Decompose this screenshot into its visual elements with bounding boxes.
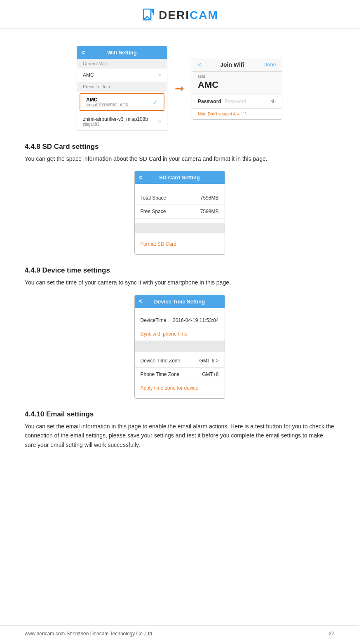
footer-company: Shenzhen Dericam Technology Co.,Ltd bbox=[66, 631, 152, 637]
ssid-label: ssid bbox=[192, 72, 282, 79]
logo-deri: DERI bbox=[159, 9, 190, 21]
logo-icon bbox=[141, 7, 156, 23]
wifi-other-item[interactable]: zhimi-airpurifier-v3_miap108b singal:83 … bbox=[77, 113, 167, 131]
wifi-back-arrow[interactable]: < bbox=[81, 49, 85, 56]
wifi-current-arrow: > bbox=[158, 72, 161, 78]
sd-card-mockup: < SD Card Setting Total Space 7598MB Fre… bbox=[25, 171, 334, 255]
page-content: < Wifi Setting Current Wifi AMC > Press … bbox=[0, 28, 359, 467]
device-time-screen: < Device Time Setting DeviceTime 2016-04… bbox=[134, 295, 225, 399]
sd-format-button[interactable]: Format SD Card bbox=[135, 237, 225, 251]
wifi-selected-ssid: AMC bbox=[86, 97, 128, 103]
device-timezone-value: GMT-6 > bbox=[199, 358, 218, 364]
svg-marker-1 bbox=[143, 16, 151, 20]
section-448-body: You can get the space information about … bbox=[25, 154, 334, 163]
sd-free-row: Free Space 7598MB bbox=[135, 205, 225, 219]
wifi-selected-info: AMC singal:100 WPA2_AES bbox=[86, 97, 128, 107]
sd-total-row: Total Space 7598MB bbox=[135, 191, 225, 205]
wifi-other-info: zhimi-airpurifier-v3_miap108b singal:83 bbox=[83, 116, 148, 127]
device-time-value: 2016-04-19 11:53:04 bbox=[173, 317, 218, 323]
wifi-screen-body: Current Wifi AMC > Press To Join AMC sin… bbox=[77, 59, 167, 131]
sd-free-value: 7598MB bbox=[200, 209, 219, 214]
footer-left: www.dericam.com-Shenzhen Dericam Technol… bbox=[25, 631, 152, 637]
device-time-back-arrow[interactable]: < bbox=[139, 298, 143, 305]
section-4410-heading: 4.4.10 Email settings bbox=[25, 410, 334, 418]
section-4410-body: You can set the email information in thi… bbox=[25, 422, 334, 449]
footer-page-number: 27 bbox=[329, 631, 334, 637]
sd-gray-bar bbox=[135, 223, 225, 233]
footer-website[interactable]: www.dericam.com-Shenzhen Dericam Technol… bbox=[25, 631, 152, 637]
join-done-button[interactable]: Done bbox=[263, 61, 276, 68]
phone-timezone-label: Phone Time Zone bbox=[141, 371, 180, 377]
sd-total-label: Total Space bbox=[141, 195, 167, 201]
wifi-selected-sub: singal:100 WPA2_AES bbox=[86, 103, 128, 107]
apply-timezone-button[interactable]: Apply time zone for device bbox=[135, 381, 225, 395]
wifi-other-ssid: zhimi-airpurifier-v3_miap108b bbox=[83, 116, 148, 122]
join-wifi-title: Join Wifi bbox=[220, 61, 244, 68]
wifi-setting-screen: < Wifi Setting Current Wifi AMC > Press … bbox=[77, 46, 167, 131]
device-timezone-label: Device Time Zone bbox=[141, 358, 181, 364]
wifi-screen-title: Wifi Setting bbox=[107, 49, 136, 56]
wifi-selected-item[interactable]: AMC singal:100 WPA2_AES ✓ bbox=[80, 93, 164, 111]
wifi-current-value: AMC bbox=[83, 72, 94, 78]
sd-total-value: 7598MB bbox=[200, 195, 219, 201]
password-input[interactable]: Password bbox=[225, 99, 267, 104]
eye-icon[interactable]: 👁 bbox=[270, 98, 276, 105]
sd-screen-header: < SD Card Setting bbox=[135, 171, 225, 184]
device-time-gray-bar bbox=[135, 341, 225, 352]
sd-screen-body: Total Space 7598MB Free Space 7598MB For… bbox=[135, 184, 225, 254]
wifi-current-row: AMC > bbox=[77, 68, 167, 82]
logo-cam: CAM bbox=[190, 9, 218, 21]
wifi-mockup-row: < Wifi Setting Current Wifi AMC > Press … bbox=[25, 46, 334, 131]
wifi-other-arrow: > bbox=[158, 119, 161, 125]
wifi-note: Note:Don't support & = ' " \ bbox=[192, 109, 282, 119]
footer-url: www.dericam.com bbox=[25, 631, 65, 637]
wifi-current-label: Current Wifi bbox=[77, 59, 167, 68]
device-time-label: DeviceTime bbox=[141, 317, 167, 323]
ssid-value: AMC bbox=[192, 79, 282, 94]
password-row: Password Password 👁 bbox=[192, 94, 282, 109]
device-time-row: DeviceTime 2016-04-19 11:53:04 bbox=[135, 314, 225, 327]
section-448-heading: 4.4.8 SD Card settings bbox=[25, 143, 334, 151]
device-time-mockup: < Device Time Setting DeviceTime 2016-04… bbox=[25, 295, 334, 399]
phone-timezone-row: Phone Time Zone GMT+8 bbox=[135, 368, 225, 381]
wifi-other-sub: singal:83 bbox=[83, 122, 148, 127]
sd-back-arrow[interactable]: < bbox=[139, 174, 143, 181]
phone-timezone-value: GMT+8 bbox=[202, 371, 218, 377]
device-timezone-row: Device Time Zone GMT-6 > bbox=[135, 354, 225, 368]
wifi-transition-arrow: ➞ bbox=[175, 82, 184, 95]
section-449-heading: 4.4.9 Device time settings bbox=[25, 266, 334, 275]
sync-phone-time-button[interactable]: Sync with phone time bbox=[135, 327, 225, 341]
sd-card-screen: < SD Card Setting Total Space 7598MB Fre… bbox=[134, 171, 225, 255]
section-449-body: You can set the time of your camera to s… bbox=[25, 278, 334, 287]
wifi-screen-header: < Wifi Setting bbox=[77, 46, 167, 59]
logo: DERICAM bbox=[141, 7, 218, 23]
wifi-check-mark: ✓ bbox=[153, 99, 158, 106]
page-header: DERICAM bbox=[0, 0, 359, 28]
join-back-arrow[interactable]: < bbox=[198, 61, 201, 68]
device-time-header: < Device Time Setting bbox=[135, 295, 225, 308]
password-label: Password bbox=[198, 99, 221, 104]
sd-free-label: Free Space bbox=[141, 209, 166, 214]
sd-screen-title: SD Card Setting bbox=[159, 174, 200, 181]
page-footer: www.dericam.com-Shenzhen Dericam Technol… bbox=[0, 625, 359, 637]
wifi-press-label: Press To Join bbox=[77, 82, 167, 92]
join-wifi-screen: < Join Wifi Done ssid AMC Password Passw… bbox=[192, 58, 282, 120]
device-time-body: DeviceTime 2016-04-19 11:53:04 Sync with… bbox=[135, 308, 225, 398]
device-time-title: Device Time Setting bbox=[154, 298, 205, 305]
